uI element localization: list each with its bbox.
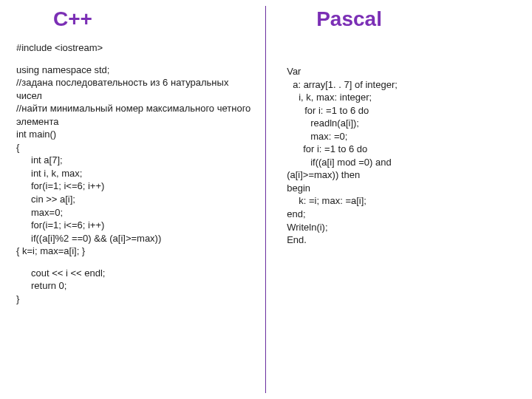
cpp-ns: using namespace std; [16, 64, 252, 77]
cpp-for2: for(i=1; i<=6; i++) [16, 219, 252, 232]
p-read: readln(a[i]); [287, 117, 516, 130]
pascal-code: Var a: array[1. . 7] of integer; i, k, m… [287, 65, 516, 247]
cpp-if: if((a[i]%2 ==0) && (a[i]>=max)) [16, 232, 252, 245]
cpp-code: using namespace std; //задана последоват… [16, 64, 252, 258]
title-cpp: С++ [16, 7, 252, 31]
cpp-include: #include <iostream> [16, 41, 252, 55]
cpp-return: return 0; [16, 279, 252, 293]
cpp-comment-1: //задана последовательность из 6 натурал… [16, 76, 252, 102]
p-write: Writeln(i); [287, 221, 516, 234]
p-for2: for i: =1 to 6 do [287, 143, 516, 156]
p-begin: begin [287, 182, 516, 195]
p-max0: max: =0; [287, 130, 516, 143]
title-pascal: Pascal [287, 7, 516, 31]
slide: С++ #include <iostream> using namespace … [0, 0, 532, 399]
cpp-comment-2: //найти минимальный номер максимального … [16, 102, 252, 128]
column-cpp: С++ #include <iostream> using namespace … [16, 6, 266, 393]
p-body: k: =i; max: =a[i]; [287, 194, 516, 208]
p-for1: for i: =1 to 6 do [287, 104, 516, 117]
column-pascal: Pascal Var a: array[1. . 7] of integer; … [266, 6, 516, 393]
cpp-max0: max=0; [16, 206, 252, 219]
p-endprog: End. [287, 233, 516, 247]
cpp-arr: int a[7]; [16, 154, 252, 167]
p-var: Var [287, 65, 516, 78]
p-if1: if((a[i] mod =0) and [287, 156, 516, 169]
cpp-open-brace: { [16, 141, 252, 154]
p-end: end; [287, 208, 516, 221]
cpp-cout: cout << i << endl; [16, 267, 252, 280]
p-if2: (a[i]>=max)) then [287, 168, 516, 182]
cpp-vars: int i, k, max; [16, 167, 252, 180]
cpp-main: int main() [16, 128, 252, 141]
cpp-for1: for(i=1; i<=6; i++) [16, 180, 252, 193]
p-a: a: array[1. . 7] of integer; [287, 78, 516, 92]
cpp-cin: cin >> a[i]; [16, 193, 252, 206]
cpp-tail: cout << i << endl; return 0; } [16, 267, 252, 306]
cpp-close-brace: } [16, 293, 252, 306]
p-ikm: i, k, max: integer; [287, 91, 516, 104]
cpp-body: { k=i; max=a[i]; } [16, 245, 252, 258]
